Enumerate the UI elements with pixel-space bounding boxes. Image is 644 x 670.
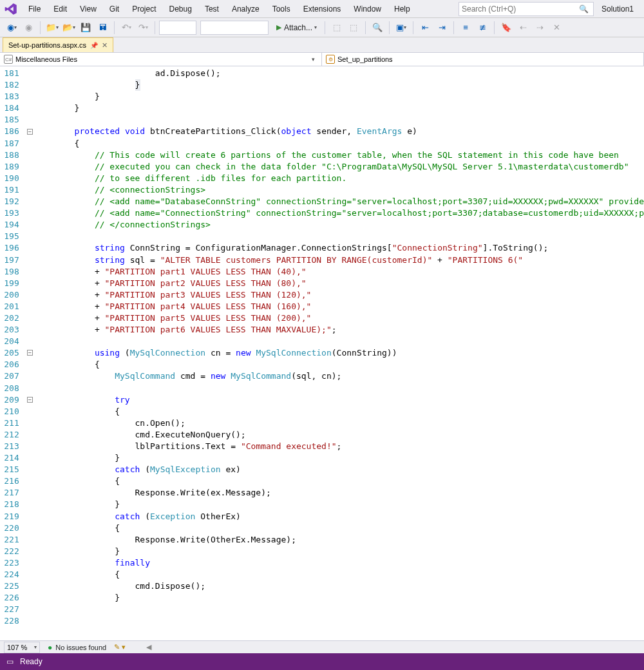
bookmark-clear-button[interactable]: ✕ <box>549 20 564 35</box>
chevron-down-icon: ▾ <box>312 56 317 62</box>
separator <box>413 21 413 34</box>
menu-debug[interactable]: Debug <box>163 2 198 16</box>
lightbulb-icon[interactable]: ✎ ▾ <box>114 643 126 651</box>
menubar: File Edit View Git Project Debug Test An… <box>0 0 644 18</box>
menu-tools[interactable]: Tools <box>266 2 297 16</box>
separator <box>114 21 115 34</box>
hscroll-left-icon[interactable]: ◀ <box>146 643 151 651</box>
class-dropdown[interactable]: ⚙ Set_up_partitions <box>322 53 644 66</box>
nav-forward-button[interactable]: ◉ <box>21 20 36 35</box>
code-editor[interactable]: 1811821831841851861871881891901911921931… <box>0 66 644 640</box>
ok-check-icon: ● <box>48 643 52 652</box>
find-in-files-button[interactable]: 🔍 <box>370 20 385 35</box>
code-nav-bar: C# Miscellaneous Files ▾ ⚙ Set_up_partit… <box>0 52 644 66</box>
bookmark-prev-button[interactable]: ⇠ <box>515 20 531 35</box>
menu-view[interactable]: View <box>73 2 103 16</box>
menu-test[interactable]: Test <box>198 2 225 16</box>
fold-strip: −−− <box>27 66 32 640</box>
search-input[interactable] <box>462 5 577 14</box>
code-content[interactable]: ad.Dispose(); } } } protected void btnCr… <box>32 66 644 640</box>
separator <box>155 21 155 34</box>
uncomment-button[interactable]: ≢ <box>475 20 490 35</box>
class-label: Set_up_partitions <box>337 55 393 63</box>
solution-name[interactable]: Solution1 <box>594 5 641 14</box>
bookmark-next-button[interactable]: ⇢ <box>532 20 547 35</box>
config-combo[interactable] <box>159 21 196 35</box>
issues-indicator[interactable]: ● No issues found <box>48 643 106 652</box>
comment-button[interactable]: ≡ <box>458 20 473 35</box>
line-number-gutter: 1811821831841851861871881891901911921931… <box>0 66 27 640</box>
pin-icon[interactable]: 📌 <box>90 42 98 49</box>
separator <box>453 21 454 34</box>
namespace-dropdown[interactable]: C# Miscellaneous Files ▾ <box>0 53 322 66</box>
view-button[interactable]: ▣ <box>393 20 409 35</box>
tool-btn-1[interactable]: ⬚ <box>329 20 345 35</box>
zoom-value: 107 % <box>7 644 27 651</box>
visual-studio-logo-icon <box>4 2 18 16</box>
separator <box>325 21 325 34</box>
status-text: Ready <box>20 657 43 666</box>
save-all-button[interactable]: 🖬 <box>95 20 110 35</box>
menu-analyze[interactable]: Analyze <box>225 2 266 16</box>
menu-window[interactable]: Window <box>347 2 388 16</box>
undo-button[interactable]: ↶ <box>118 20 134 35</box>
menu-edit[interactable]: Edit <box>47 2 73 16</box>
separator <box>389 21 390 34</box>
class-icon: ⚙ <box>326 55 335 64</box>
open-file-button[interactable]: 📂 <box>61 20 77 35</box>
editor-tab-bar: Set-up-partitions.aspx.cs 📌 ✕ <box>0 37 644 52</box>
nav-back-button[interactable]: ◉ <box>4 20 19 35</box>
chevron-down-icon: ▾ <box>34 644 37 650</box>
search-icon[interactable]: 🔍 <box>577 5 591 14</box>
separator <box>494 21 495 34</box>
close-icon[interactable]: ✕ <box>102 41 108 50</box>
separator <box>365 21 366 34</box>
editor-footer-bar: 107 % ▾ ● No issues found ✎ ▾ ◀ <box>0 640 644 653</box>
zoom-select[interactable]: 107 % ▾ <box>4 642 40 653</box>
attach-button[interactable]: ▶ Attach... ▾ <box>272 20 321 35</box>
bookmark-button[interactable]: 🔖 <box>498 20 514 35</box>
menu-git[interactable]: Git <box>103 2 126 16</box>
menu-help[interactable]: Help <box>388 2 417 16</box>
output-window-icon[interactable]: ▭ <box>6 657 14 666</box>
cs-project-icon: C# <box>4 55 13 64</box>
tab-filename: Set-up-partitions.aspx.cs <box>8 41 86 49</box>
platform-combo[interactable] <box>200 21 269 35</box>
issues-text: No issues found <box>55 644 106 651</box>
namespace-label: Miscellaneous Files <box>15 55 77 63</box>
editor-tab-active[interactable]: Set-up-partitions.aspx.cs 📌 ✕ <box>3 37 113 52</box>
redo-button[interactable]: ↷ <box>135 20 151 35</box>
menu-file[interactable]: File <box>22 2 47 16</box>
new-project-button[interactable]: 📁 <box>44 20 60 35</box>
statusbar: ▭ Ready <box>0 653 644 670</box>
menu-extensions[interactable]: Extensions <box>297 2 348 16</box>
search-box[interactable]: 🔍 <box>459 2 594 16</box>
indent-buttons-1[interactable]: ⇤ <box>417 20 433 35</box>
attach-label: Attach... <box>284 23 312 32</box>
play-icon: ▶ <box>276 23 281 32</box>
save-button[interactable]: 💾 <box>78 20 93 35</box>
separator <box>40 21 41 34</box>
menu-project[interactable]: Project <box>126 2 162 16</box>
editor-area: 1811821831841851861871881891901911921931… <box>0 66 644 640</box>
tool-btn-2[interactable]: ⬚ <box>346 20 361 35</box>
toolbar: ◉ ◉ 📁 📂 💾 🖬 ↶ ↷ ▶ Attach... ▾ ⬚ ⬚ 🔍 ▣ ⇤ … <box>0 18 644 37</box>
indent-buttons-2[interactable]: ⇥ <box>434 20 450 35</box>
